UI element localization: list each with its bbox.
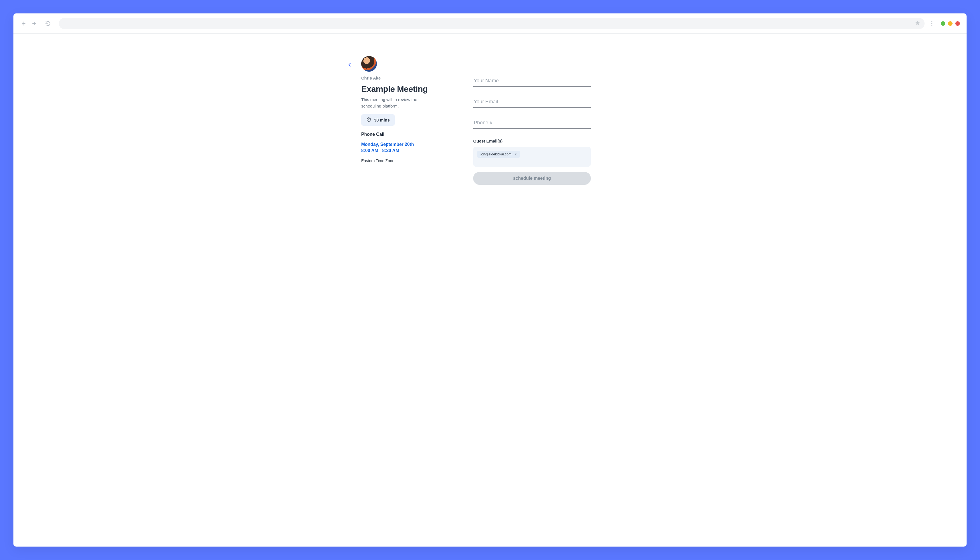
meeting-type: Phone Call (361, 132, 445, 137)
meeting-date: Monday, September 20th (361, 142, 445, 148)
back-icon[interactable] (20, 20, 26, 27)
meeting-datetime: Monday, September 20th 8:00 AM - 8:30 AM (361, 142, 445, 154)
window-maximize-icon[interactable] (948, 21, 953, 26)
meeting-timezone: Eastern Time Zone (361, 158, 445, 163)
duration-chip: 30 mins (361, 114, 395, 126)
email-input[interactable] (473, 97, 591, 108)
browser-window: Chris Ake Example Meeting This meeting w… (13, 13, 967, 547)
clock-icon (366, 117, 371, 123)
forward-icon[interactable] (32, 20, 38, 27)
page-content: Chris Ake Example Meeting This meeting w… (13, 33, 967, 547)
meeting-title: Example Meeting (361, 84, 445, 94)
bookmark-star-icon[interactable] (915, 20, 920, 27)
phone-input[interactable] (473, 118, 591, 128)
address-bar[interactable] (59, 18, 925, 29)
window-traffic-lights (941, 21, 960, 26)
booking-form-column: Guest Email(s) jon@sidekickai.com x sche… (473, 56, 591, 185)
host-name: Chris Ake (361, 76, 445, 80)
svg-line-6 (370, 118, 371, 119)
guests-label: Guest Email(s) (473, 138, 591, 143)
guest-chip: jon@sidekickai.com x (477, 151, 520, 158)
meeting-time: 8:00 AM - 8:30 AM (361, 148, 445, 154)
duration-label: 30 mins (374, 118, 390, 122)
reload-icon[interactable] (45, 20, 51, 27)
svg-line-4 (369, 120, 369, 120)
kebab-menu-icon[interactable] (930, 21, 934, 26)
meeting-description: This meeting will to review the scheduli… (361, 97, 434, 109)
host-avatar (361, 56, 377, 72)
schedule-meeting-button[interactable]: schedule meeting (473, 172, 591, 185)
window-minimize-icon[interactable] (941, 21, 945, 26)
guests-input-box[interactable]: jon@sidekickai.com x (473, 147, 591, 167)
back-chevron-icon[interactable] (347, 62, 352, 68)
browser-toolbar (13, 13, 967, 33)
guest-chip-email: jon@sidekickai.com (480, 152, 512, 156)
guest-chip-remove-icon[interactable]: x (515, 152, 517, 156)
window-close-icon[interactable] (955, 21, 960, 26)
name-input[interactable] (473, 76, 591, 87)
meeting-details-column: Chris Ake Example Meeting This meeting w… (361, 56, 445, 163)
